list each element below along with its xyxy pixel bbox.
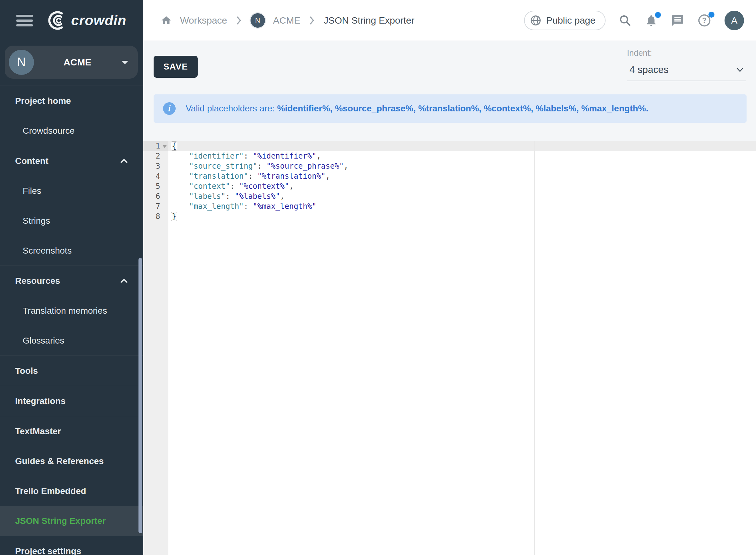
code-token-pun: , xyxy=(316,152,321,161)
code-token-pun: : xyxy=(225,192,235,201)
hamburger-menu-icon[interactable] xyxy=(16,12,33,29)
code-line[interactable]: "context": "%context%", xyxy=(168,181,756,191)
code-token-pun: : xyxy=(248,172,257,181)
sidebar-scrollbar[interactable] xyxy=(138,258,142,533)
project-selector[interactable]: N ACME xyxy=(5,46,138,79)
gutter-line-number: 6 xyxy=(143,191,168,201)
save-button[interactable]: SAVE xyxy=(154,56,198,78)
code-token-key: "max_length" xyxy=(189,202,244,211)
sidebar-item-label: Guides & References xyxy=(15,456,104,466)
indent-setting: Indent: 4 spaces xyxy=(627,48,746,81)
code-token-key: "context" xyxy=(189,182,230,191)
sidebar-item-integrations[interactable]: Integrations xyxy=(0,386,143,416)
sidebar-item-screenshots[interactable]: Screenshots xyxy=(0,236,143,265)
code-token-val: "%max_length%" xyxy=(253,202,316,211)
banner-prefix: Valid placeholders are: xyxy=(186,103,277,113)
top-header: Workspace N ACME JSON String Exporter Pu… xyxy=(143,0,756,41)
public-page-button[interactable]: Public page xyxy=(524,11,605,30)
gutter-line-number: 5 xyxy=(143,181,168,191)
breadcrumb-workspace[interactable]: Workspace xyxy=(180,15,227,26)
breadcrumb-project[interactable]: ACME xyxy=(273,15,301,26)
public-page-label: Public page xyxy=(546,15,595,26)
sidebar-item-label: Crowdsource xyxy=(23,126,75,136)
sidebar-item-crowdsource[interactable]: Crowdsource xyxy=(0,116,143,146)
chevron-right-icon xyxy=(308,16,316,25)
code-token-pun: : xyxy=(244,152,253,161)
code-token-key: "source_string" xyxy=(189,162,257,171)
code-token-val: "%identifier%" xyxy=(253,152,316,161)
messages-button[interactable] xyxy=(671,14,684,27)
code-line[interactable]: "translation": "%translation%", xyxy=(168,171,756,181)
sidebar-item-strings[interactable]: Strings xyxy=(0,206,143,236)
sidebar-item-label: Project home xyxy=(15,96,71,106)
sidebar-item-resources[interactable]: Resources xyxy=(0,266,143,296)
sidebar-item-label: Tools xyxy=(15,366,38,376)
sidebar-item-label: Resources xyxy=(15,276,60,286)
sidebar-item-label: JSON String Exporter xyxy=(15,516,106,526)
search-icon xyxy=(619,14,631,27)
sidebar-item-label: Translation memories xyxy=(23,306,107,316)
code-token-pun xyxy=(171,172,189,181)
search-button[interactable] xyxy=(619,14,631,27)
gutter-line-number: 8 xyxy=(143,211,168,221)
sidebar-item-content[interactable]: Content xyxy=(0,146,143,176)
code-line[interactable]: { xyxy=(168,141,756,151)
gutter-line-number: 1 xyxy=(143,141,168,151)
user-avatar[interactable]: A xyxy=(724,11,744,30)
code-line[interactable]: "labels": "%labels%", xyxy=(168,191,756,201)
project-avatar: N xyxy=(9,50,34,75)
sidebar-item-trello-embedded[interactable]: Trello Embedded xyxy=(0,476,143,506)
sidebar-item-label: Trello Embedded xyxy=(15,486,86,496)
indent-selected-value: 4 spaces xyxy=(629,64,735,76)
code-token-val: "%labels%" xyxy=(235,192,280,201)
menu-group: Project settings xyxy=(0,536,143,555)
code-token-pun xyxy=(171,202,189,211)
sidebar-item-project-home[interactable]: Project home xyxy=(0,86,143,116)
breadcrumb-project-avatar[interactable]: N xyxy=(251,13,265,28)
sidebar-item-translation-memories[interactable]: Translation memories xyxy=(0,296,143,326)
help-button[interactable]: ? xyxy=(698,13,711,27)
chevron-right-icon xyxy=(236,16,242,25)
code-token-brace: { xyxy=(171,141,177,151)
code-token-brace: } xyxy=(171,212,177,221)
sidebar-item-label: Strings xyxy=(23,216,50,226)
notifications-button[interactable] xyxy=(644,14,658,27)
sidebar-item-glossaries[interactable]: Glossaries xyxy=(0,326,143,355)
code-line[interactable]: "source_string": "%source_phrase%", xyxy=(168,161,756,171)
indent-select[interactable]: 4 spaces xyxy=(627,64,746,81)
crowdin-logo[interactable]: crowdin xyxy=(48,11,127,30)
sidebar-item-files[interactable]: Files xyxy=(0,176,143,206)
code-token-pun xyxy=(171,152,189,161)
caret-down-icon xyxy=(121,60,129,65)
code-token-pun: , xyxy=(289,182,294,191)
fold-arrow-icon[interactable] xyxy=(162,145,167,148)
sidebar-item-json-string-exporter[interactable]: JSON String Exporter xyxy=(0,506,143,536)
breadcrumb-current-page: JSON String Exporter xyxy=(324,15,414,26)
menu-group: Content Files Strings Screenshots xyxy=(0,146,143,266)
home-icon[interactable] xyxy=(161,15,172,26)
code-token-pun: : xyxy=(230,182,239,191)
code-line[interactable]: "identifier": "%identifier%", xyxy=(168,151,756,161)
code-token-val: "%context%" xyxy=(239,182,289,191)
sidebar-item-label: Project settings xyxy=(15,546,81,555)
sidebar-item-textmaster[interactable]: TextMaster xyxy=(0,416,143,446)
sidebar-item-project-settings[interactable]: Project settings xyxy=(0,536,143,555)
menu-group: TextMaster Guides & References Trello Em… xyxy=(0,416,143,536)
chevron-down-icon xyxy=(735,67,745,73)
indent-label: Indent: xyxy=(627,48,746,58)
code-line[interactable]: } xyxy=(168,211,756,221)
sidebar-item-tools[interactable]: Tools xyxy=(0,356,143,386)
header-actions: Public page xyxy=(524,11,744,30)
notification-dot xyxy=(655,12,661,18)
code-token-pun: , xyxy=(326,172,330,181)
code-line[interactable]: "max_length": "%max_length%" xyxy=(168,201,756,211)
banner-placeholders: %identifier%, %source_phrase%, %translat… xyxy=(277,103,648,113)
sidebar-item-label: Glossaries xyxy=(23,336,64,346)
code-token-pun: : xyxy=(244,202,253,211)
sidebar-item-guides-references[interactable]: Guides & References xyxy=(0,446,143,476)
sidebar-item-label: Content xyxy=(15,156,48,166)
main-content: SAVE Indent: 4 spaces i Valid placeholde… xyxy=(143,41,756,555)
code-editor[interactable]: 12345678 { "identifier": "%identifier%",… xyxy=(143,141,756,555)
sidebar-item-label: Screenshots xyxy=(23,246,72,256)
crowdin-logo-icon xyxy=(48,11,67,30)
